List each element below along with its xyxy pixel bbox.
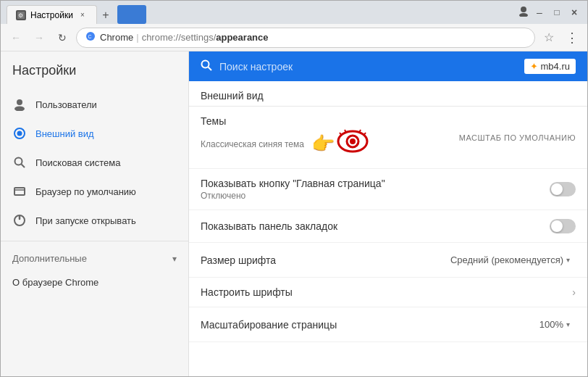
restore-button[interactable]: □: [550, 5, 564, 20]
sidebar-appearance-label: Внешний вид: [35, 128, 94, 139]
forward-button[interactable]: →: [30, 28, 49, 47]
appearance-section-title: Внешний вид: [189, 81, 587, 107]
page-zoom-label: Масштабирование страницы: [201, 319, 534, 331]
themes-info: Темы Классическая синяя тема 👉: [201, 115, 459, 160]
badge-star-icon: ✦: [530, 61, 538, 72]
zoom-dropdown-arrow-icon: ▾: [566, 320, 570, 328]
browser-icon: [12, 184, 27, 199]
sidebar-startup-label: При запуске открывать: [35, 215, 136, 226]
svg-point-6: [17, 99, 22, 105]
address-url-suffix: appearance: [216, 32, 268, 43]
content-area: ✦ mb4.ru Внешний вид Темы Классическая с…: [189, 51, 587, 377]
appearance-icon: [12, 126, 27, 141]
page-zoom-value: 100%: [539, 319, 563, 330]
back-button[interactable]: ←: [7, 28, 25, 47]
sidebar-users-label: Пользователи: [35, 99, 97, 110]
font-size-dropdown[interactable]: Средний (рекомендуется) ▾: [445, 252, 576, 268]
address-field[interactable]: C Chrome|chrome://settings/appearance: [76, 28, 535, 48]
startup-icon: [12, 213, 27, 228]
chevron-right-icon: ›: [572, 286, 576, 298]
sidebar-item-startup[interactable]: При запуске открывать: [1, 206, 188, 235]
svg-point-20: [350, 138, 356, 144]
dropdown-arrow-icon: ▾: [566, 256, 570, 264]
themes-value: Классическая синяя тема: [201, 139, 304, 149]
svg-rect-12: [14, 188, 25, 195]
users-icon: [12, 97, 27, 112]
sidebar-title: Настройки: [1, 63, 188, 90]
sidebar: Настройки Пользователи Внешний вид Поиск…: [1, 51, 189, 377]
svg-point-10: [15, 158, 22, 165]
fonts-row[interactable]: Настроить шрифты ›: [189, 278, 587, 307]
addressbar: ← → ↻ C Chrome|chrome://settings/appeara…: [1, 24, 587, 51]
tab-title: Настройки: [30, 10, 73, 20]
address-url-prefix: chrome://settings/: [142, 32, 217, 43]
about-label: О браузере Chrome: [12, 277, 98, 288]
home-button-row[interactable]: Показывать кнопку "Главная страница" Отк…: [189, 169, 587, 210]
font-size-row[interactable]: Размер шрифта Средний (рекомендуется) ▾: [189, 243, 587, 278]
bookmarks-bar-info: Показывать панель закладок: [201, 220, 550, 232]
home-button-sublabel: Отключено: [201, 191, 550, 201]
themes-setting-row[interactable]: Темы Классическая синяя тема 👉: [189, 107, 587, 169]
address-site: Chrome: [100, 32, 133, 43]
tab-favicon: ⚙: [16, 10, 26, 20]
home-button-info: Показывать кнопку "Главная страница" Отк…: [201, 178, 550, 201]
svg-point-2: [521, 7, 526, 12]
font-size-value: Средний (рекомендуется): [450, 254, 563, 265]
font-size-info: Размер шрифта: [201, 254, 445, 266]
home-button-toggle[interactable]: [550, 182, 576, 196]
svg-line-11: [22, 165, 25, 168]
address-text: Chrome|chrome://settings/appearance: [100, 32, 269, 43]
sidebar-browser-label: Браузер по умолчанию: [35, 186, 136, 197]
window-controls: – □ ×: [518, 5, 581, 20]
svg-point-16: [202, 60, 209, 67]
settings-tab[interactable]: ⚙ Настройки ×: [7, 5, 97, 24]
user-icon: [518, 5, 529, 17]
bookmarks-bar-toggle[interactable]: [550, 219, 576, 233]
titlebar: ⚙ Настройки × + – □ ×: [1, 1, 587, 24]
additional-label: Дополнительные: [12, 253, 87, 264]
bookmarks-bar-label: Показывать панель закладок: [201, 220, 550, 232]
fonts-label: Настроить шрифты: [201, 286, 572, 298]
svg-line-17: [209, 67, 212, 70]
svg-point-7: [14, 107, 25, 112]
page-zoom-dropdown[interactable]: 100% ▾: [534, 316, 576, 333]
sidebar-divider: [1, 241, 188, 241]
page-zoom-info: Масштабирование страницы: [201, 319, 534, 331]
sidebar-about[interactable]: О браузере Chrome: [1, 270, 188, 295]
mb4-badge: ✦ mb4.ru: [524, 59, 576, 74]
badge-text: mb4.ru: [541, 61, 570, 72]
svg-point-9: [17, 131, 22, 136]
new-tab-shape: [117, 5, 146, 24]
sidebar-additional[interactable]: Дополнительные ▾: [1, 247, 188, 270]
svg-text:⚙: ⚙: [18, 12, 23, 19]
search-input[interactable]: [219, 61, 517, 72]
svg-point-3: [519, 13, 528, 17]
sidebar-item-browser[interactable]: Браузер по умолчанию: [1, 177, 188, 206]
themes-sublabel: Классическая синяя тема 👉: [201, 128, 459, 160]
eye-annotation: [336, 128, 369, 160]
chevron-down-icon: ▾: [172, 254, 177, 264]
search-icon: [201, 59, 212, 74]
font-size-label: Размер шрифта: [201, 254, 445, 266]
home-button-label: Показывать кнопку "Главная страница": [201, 178, 550, 189]
menu-button[interactable]: ⋮: [563, 28, 581, 47]
sidebar-item-search[interactable]: Поисковая система: [1, 148, 188, 177]
sidebar-item-users[interactable]: Пользователи: [1, 90, 188, 119]
bookmark-button[interactable]: ☆: [539, 28, 558, 47]
bookmarks-bar-row[interactable]: Показывать панель закладок: [189, 210, 587, 243]
close-button[interactable]: ×: [567, 5, 581, 20]
themes-label: Темы: [201, 115, 459, 127]
scale-default-label: МАСШТАБ ПО УМОЛЧАНИЮ: [459, 133, 576, 142]
sidebar-item-appearance[interactable]: Внешний вид: [1, 119, 188, 148]
tab-close-button[interactable]: ×: [77, 10, 88, 20]
main-area: Настройки Пользователи Внешний вид Поиск…: [1, 51, 587, 377]
search-nav-icon: [12, 155, 27, 170]
new-tab-button[interactable]: +: [97, 7, 114, 24]
minimize-button[interactable]: –: [532, 5, 547, 20]
site-icon: C: [85, 31, 96, 44]
reload-button[interactable]: ↻: [53, 28, 72, 47]
page-zoom-row[interactable]: Масштабирование страницы 100% ▾: [189, 307, 587, 342]
search-bar: ✦ mb4.ru: [189, 51, 587, 81]
sidebar-search-label: Поисковая система: [35, 157, 121, 168]
svg-text:C: C: [88, 34, 92, 39]
